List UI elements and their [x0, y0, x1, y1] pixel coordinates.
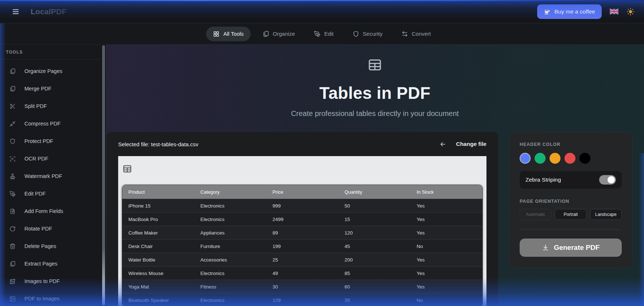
cell-quantity: 15 [338, 217, 411, 222]
cell-quantity: 60 [338, 284, 411, 290]
nav-tab[interactable]: Security [346, 27, 389, 41]
table-icon [368, 58, 382, 72]
cell-instock: Yes [410, 217, 482, 222]
cell-price: 30 [266, 284, 338, 290]
cell-price: 49 [266, 271, 338, 276]
column-header: Quantity [338, 189, 411, 195]
column-header: Category [194, 189, 267, 195]
header-color-swatch[interactable] [535, 153, 546, 164]
table-row: iPhone 15 Electronics 999 50 Yes [122, 199, 482, 212]
toggle-knob [608, 176, 615, 183]
generate-pdf-label: Generate PDF [554, 244, 600, 252]
orientation-option-button[interactable]: Automatic [520, 209, 551, 220]
tool-icon [9, 261, 16, 267]
header-color-swatch[interactable] [550, 153, 560, 164]
table-row: Desk Chair Furniture 199 45 No [122, 239, 482, 253]
orientation-option-button[interactable]: Portrait [555, 209, 586, 220]
cell-price: 999 [266, 203, 338, 209]
buy-me-a-coffee-button[interactable]: Buy me a coffee [537, 4, 602, 19]
nav-tab[interactable]: Convert [395, 27, 438, 41]
cell-instock: No [410, 298, 482, 303]
sidebar-tool-item[interactable]: Watermark PDF [0, 167, 101, 185]
tab-icon [353, 31, 359, 37]
coffee-button-label: Buy me a coffee [554, 8, 595, 15]
scrollbar-thumb[interactable] [102, 45, 105, 305]
table-row: MacBook Pro Electronics 2499 15 Yes [122, 212, 482, 226]
language-switcher-button[interactable] [610, 8, 618, 15]
nav-tab[interactable]: Organize [256, 27, 302, 41]
header-color-swatch[interactable] [579, 153, 590, 164]
sidebar-tool-item[interactable]: OCR PDF [0, 150, 101, 167]
tool-label: Compress PDF [24, 121, 61, 127]
sidebar-tool-item[interactable]: PDF to Images [0, 290, 101, 306]
sidebar-tool-item[interactable]: Images to PDF [0, 272, 101, 290]
sidebar-tool-item[interactable]: Compress PDF [0, 115, 101, 132]
table-row: Bluetooth Speaker Electronics 129 35 No [122, 293, 482, 306]
cell-quantity: 45 [338, 244, 411, 249]
sidebar-tool-item[interactable]: Organize Pages [0, 62, 101, 80]
change-file-button[interactable]: Change file [439, 141, 486, 148]
selected-file-label: Selected file: test-tables-data.csv [118, 141, 198, 147]
sidebar-tool-item[interactable]: Edit PDF [0, 185, 101, 202]
zebra-striping-toggle[interactable] [599, 175, 616, 185]
nav-tab[interactable]: All Tools [206, 27, 251, 41]
preview-table-icon [123, 164, 132, 174]
orientation-option-button[interactable]: Landscape [590, 209, 622, 220]
coffee-cup-icon [544, 8, 551, 15]
cell-product: MacBook Pro [122, 217, 194, 222]
arrow-left-icon [439, 141, 446, 148]
header-color-swatch[interactable] [520, 153, 531, 164]
tool-icon [9, 243, 16, 249]
tool-icon [9, 173, 16, 179]
tool-icon [9, 68, 16, 74]
change-file-label: Change file [456, 141, 486, 147]
tools-sidebar: TOOLS Organize Pages Merge PDF [0, 44, 101, 306]
cell-product: iPhone 15 [122, 203, 194, 209]
page-title: Tables in PDF [106, 82, 644, 104]
cell-category: Electronics [194, 298, 267, 303]
tool-icon [9, 103, 16, 109]
tool-label: Split PDF [24, 103, 47, 109]
tab-icon [213, 31, 220, 37]
app-logo[interactable]: LocalPDF [31, 7, 66, 16]
tool-icon [9, 86, 16, 92]
tool-label: Organize Pages [24, 68, 62, 74]
topbar-actions: Buy me a coffee [537, 4, 635, 19]
header-color-swatch[interactable] [565, 153, 575, 164]
cell-product: Coffee Maker [122, 230, 194, 236]
header-color-swatches [520, 153, 622, 164]
tool-icon [9, 156, 16, 162]
sidebar-tool-item[interactable]: Split PDF [0, 97, 101, 115]
cell-product: Bluetooth Speaker [122, 298, 194, 303]
tool-label: Protect PDF [24, 138, 53, 144]
category-nav: All Tools Organize Edit Security Convert [0, 23, 644, 44]
sidebar-tool-item[interactable]: Rotate PDF [0, 220, 101, 237]
tab-icon [263, 31, 269, 37]
tab-label: All Tools [223, 31, 244, 37]
sidebar-tool-item[interactable]: Protect PDF [0, 132, 101, 150]
table-row: Yoga Mat Fitness 30 60 Yes [122, 280, 482, 293]
cell-quantity: 120 [338, 230, 411, 236]
sidebar-tool-item[interactable]: Extract Pages [0, 255, 101, 272]
preview-table-body: iPhone 15 Electronics 999 50 Yes MacBook… [122, 199, 482, 306]
sidebar-tool-item[interactable]: Merge PDF [0, 80, 101, 97]
tool-icon [9, 191, 16, 197]
tool-label: Merge PDF [24, 86, 51, 92]
zebra-striping-label: Zebra Striping [525, 177, 561, 183]
theme-toggle-button[interactable] [626, 8, 635, 16]
tool-icon [9, 138, 16, 144]
sidebar-tool-item[interactable]: Delete Pages [0, 237, 101, 255]
generate-pdf-button[interactable]: Generate PDF [520, 239, 622, 257]
hamburger-menu-button[interactable] [9, 5, 22, 18]
nav-tab[interactable]: Edit [307, 27, 341, 41]
sidebar-tool-item[interactable]: Add Form Fields [0, 202, 101, 220]
cell-price: 89 [266, 230, 338, 236]
content-area: TOOLS Organize Pages Merge PDF [0, 44, 644, 306]
cell-price: 2499 [266, 217, 338, 222]
zebra-striping-row: Zebra Striping [520, 171, 622, 189]
header-color-label: HEADER COLOR [520, 142, 622, 147]
tab-label: Organize [273, 31, 295, 37]
cell-instock: Yes [410, 230, 482, 236]
tool-label: PDF to Images [24, 296, 60, 302]
tab-icon [314, 31, 321, 37]
